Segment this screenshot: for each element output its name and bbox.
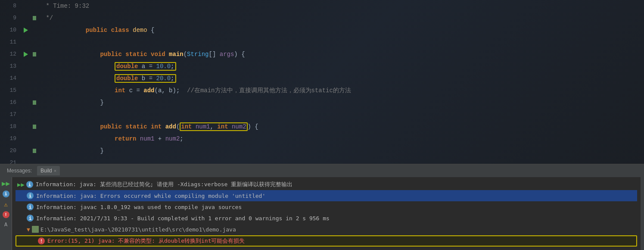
message-text-4: Information: 2021/7/31 9:33 - Build comp… [36,215,635,222]
build-tab[interactable]: Build × [37,166,60,175]
message-text-2: Information: java: Errors occurred while… [36,193,635,199]
file-path-text: E:\JavaSe_test\java-\20210731\untitled\s… [40,226,635,233]
message-4[interactable]: i Information: 2021/7/31 9:33 - Build co… [16,212,637,224]
info-icon-4: i [27,215,34,222]
info-button[interactable]: i [2,190,10,198]
folder-arrow-icon: ▼ [27,226,30,233]
info-icon-3: i [27,203,34,210]
error-text: Error:(15, 21) java: 不兼容的类型: 从double转换到i… [47,237,635,245]
message-2[interactable]: i Information: java: Errors occurred whi… [16,190,637,201]
code-line-8: 8 * Time: 9:32 [0,0,644,12]
file-path-line[interactable]: ▼ E:\JavaSe_test\java-\20210731\untitled… [16,224,637,235]
code-line-20: 20 } [0,145,644,157]
left-toolbar: ▶▶ i ⚠ ! A [0,177,12,250]
code-content: 8 * Time: 9:32 9 */ 10 public class demo… [0,0,644,164]
build-tab-close[interactable]: × [54,168,56,173]
messages-label: Messages: [3,166,35,175]
bottom-panel: Messages: Build × ▶▶ i ⚠ ! A [0,164,644,250]
error-line[interactable]: ! Error:(15, 21) java: 不兼容的类型: 从double转换… [16,235,637,247]
info-icon-2: i [27,192,34,199]
message-text-3: Information: javac 1.8.0_192 was used to… [36,204,635,210]
code-editor[interactable]: 8 * Time: 9:32 9 */ 10 public class demo… [0,0,644,164]
build-tab-label: Build [40,168,52,174]
info-icon-1: i [26,181,33,188]
scroll-bar[interactable] [641,177,644,250]
error-icon: ! [38,237,45,244]
messages-area[interactable]: ▶▶ i Information: java: 某些消息已经过简化; 请使用 -… [12,177,641,250]
message-3[interactable]: i Information: javac 1.8.0_192 was used … [16,201,637,212]
panel-tabs: Messages: Build × [0,164,644,177]
error-filter-button[interactable]: ! [2,211,10,219]
double-arrow-icon: ▶▶ [17,181,25,188]
code-line-16: 16 } [0,97,644,109]
message-text-1: Information: java: 某些消息已经过简化; 请使用 -Xdiag… [36,181,635,188]
code-line-10: 10 public class demo { [0,24,644,36]
message-1[interactable]: ▶▶ i Information: java: 某些消息已经过简化; 请使用 -… [16,179,637,190]
code-line-21: 21 [0,157,644,164]
run-button[interactable]: ▶▶ [2,180,10,188]
warning-button[interactable]: ⚠ [2,200,10,208]
file-icon [32,226,39,233]
text-button[interactable]: A [2,221,10,229]
panel-body: ▶▶ i ⚠ ! A ▶▶ i Information: java: 某些消息已… [0,177,644,250]
